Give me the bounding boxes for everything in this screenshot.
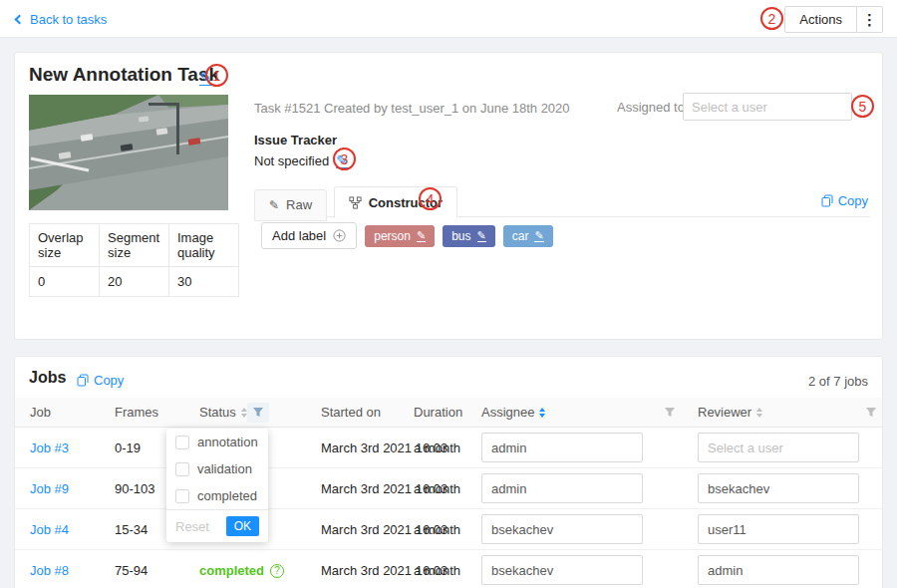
param-header-segment: Segment size — [100, 224, 169, 267]
traffic-scene-image — [29, 95, 228, 210]
assignee-filter-icon[interactable] — [659, 403, 681, 423]
column-header-frames: Frames — [115, 398, 158, 428]
filter-option-validation[interactable]: validation — [166, 455, 268, 482]
assigned-to-label: Assigned to — [617, 100, 685, 115]
jobs-copy-label: Copy — [94, 373, 124, 388]
job-link[interactable]: Job #8 — [30, 550, 69, 588]
task-preview-image — [29, 95, 228, 210]
annotation-circle-4: 4 — [419, 187, 442, 210]
label-chip-car[interactable]: car ✎ — [503, 225, 553, 247]
table-row: Job #3 0-19 March 3rd 2021 16:03 a month — [15, 428, 882, 468]
assignee-input[interactable] — [481, 473, 643, 503]
column-header-status[interactable]: Status — [199, 398, 247, 428]
labels-copy-link[interactable]: Copy — [821, 193, 868, 208]
copy-icon — [821, 194, 833, 207]
task-assignee-input[interactable] — [683, 93, 852, 121]
labels-copy-label: Copy — [838, 193, 868, 208]
sort-carets-icon[interactable] — [241, 408, 247, 418]
edit-label-icon[interactable]: ✎ — [417, 230, 426, 242]
label-chip-bus-name: bus — [451, 229, 470, 243]
reviewer-input[interactable] — [698, 473, 859, 503]
duration-cell: a month — [414, 468, 460, 509]
filter-ok-button[interactable]: OK — [226, 516, 259, 536]
filter-reset-button[interactable]: Reset — [175, 519, 209, 534]
funnel-icon — [252, 407, 264, 419]
assignee-input[interactable] — [481, 433, 643, 462]
duration-cell: a month — [414, 509, 460, 550]
checkbox-icon[interactable] — [175, 436, 189, 449]
actions-button[interactable]: Actions — [784, 6, 857, 33]
chevron-left-icon — [15, 14, 25, 24]
annotation-circle-3: 3 — [333, 147, 356, 170]
column-header-reviewer[interactable]: Reviewer — [698, 398, 762, 428]
annotation-circle-2: 2 — [760, 7, 783, 30]
jobs-count-label: 2 of 7 jobs — [808, 374, 868, 389]
label-chip-person-name: person — [374, 229, 411, 243]
funnel-icon — [664, 407, 676, 419]
annotation-circle-1: 1 — [205, 64, 228, 87]
jobs-card: Jobs Copy 2 of 7 jobs Job Frames Status … — [14, 356, 883, 588]
status-cell: completed ? — [199, 550, 284, 588]
actions-button-label: Actions — [799, 12, 842, 27]
column-header-assignee[interactable]: Assignee — [481, 398, 545, 428]
task-meta-text: Task #1521 Created by test_user_1 on Jun… — [254, 101, 570, 116]
actions-button-group: Actions ⋮ — [784, 6, 883, 33]
job-link[interactable]: Job #3 — [30, 428, 69, 468]
column-header-assignee-label: Assignee — [481, 398, 534, 428]
reviewer-filter-icon[interactable] — [860, 403, 882, 423]
jobs-table-body: Job #3 0-19 March 3rd 2021 16:03 a month… — [15, 428, 882, 588]
filter-option-validation-label: validation — [197, 461, 252, 476]
jobs-title: Jobs — [29, 369, 66, 387]
question-circle-icon[interactable]: ? — [270, 564, 284, 578]
copy-icon — [77, 374, 89, 387]
param-value-segment: 20 — [100, 267, 169, 297]
column-header-frames-label: Frames — [115, 398, 158, 428]
reviewer-input[interactable] — [698, 555, 859, 585]
back-link-label: Back to tasks — [30, 12, 107, 27]
column-header-job: Job — [30, 398, 51, 428]
sort-carets-icon[interactable] — [756, 408, 762, 418]
task-details-card: New Annotation Task ✎ Overlap size Segme… — [14, 52, 883, 340]
param-header-overlap: Overlap size — [30, 224, 100, 267]
jobs-table-header: Job Frames Status Started on Duration As… — [15, 398, 882, 428]
assignee-input[interactable] — [481, 514, 643, 544]
funnel-icon — [865, 407, 877, 419]
label-chip-person[interactable]: person ✎ — [365, 225, 435, 247]
plus-circle-icon — [333, 229, 346, 242]
job-link[interactable]: Job #9 — [30, 468, 69, 509]
assignee-input[interactable] — [481, 555, 643, 585]
table-row: Job #9 90-103 March 3rd 2021 16:03 a mon… — [15, 468, 882, 509]
reviewer-input[interactable] — [698, 514, 859, 544]
label-chip-bus[interactable]: bus ✎ — [443, 225, 495, 247]
pencil-icon: ✎ — [269, 198, 279, 212]
reviewer-input[interactable] — [698, 433, 859, 462]
tab-raw[interactable]: ✎ Raw — [254, 189, 327, 221]
more-options-button[interactable]: ⋮ — [857, 6, 883, 33]
checkbox-icon[interactable] — [175, 462, 189, 476]
edit-label-icon[interactable]: ✎ — [477, 230, 486, 242]
add-label-button[interactable]: Add label — [261, 222, 357, 249]
frames-cell: 90-103 — [115, 468, 154, 509]
filter-dropdown-footer: Reset OK — [166, 509, 268, 542]
param-value-overlap: 0 — [30, 267, 100, 297]
filter-option-completed[interactable]: completed — [166, 482, 268, 509]
status-filter-icon[interactable] — [247, 403, 269, 423]
task-parameters-table: Overlap size Segment size Image quality … — [29, 223, 239, 297]
constructor-icon — [349, 196, 362, 209]
back-to-tasks-link[interactable]: Back to tasks — [16, 0, 107, 38]
job-link[interactable]: Job #4 — [30, 509, 69, 550]
task-title: New Annotation Task — [29, 64, 219, 86]
filter-option-annotation[interactable]: annotation — [166, 429, 268, 455]
column-header-duration-label: Duration — [414, 398, 462, 428]
labels-constructor: Add label person ✎ bus ✎ car ✎ — [261, 222, 553, 249]
sort-carets-icon[interactable] — [539, 408, 545, 418]
param-header-quality: Image quality — [169, 224, 239, 267]
edit-label-icon[interactable]: ✎ — [534, 230, 543, 242]
annotation-circle-5: 5 — [851, 95, 874, 118]
frames-cell: 75-94 — [115, 550, 148, 588]
column-header-reviewer-label: Reviewer — [698, 398, 751, 428]
tab-raw-label: Raw — [286, 197, 312, 212]
checkbox-icon[interactable] — [175, 489, 189, 503]
jobs-copy-link[interactable]: Copy — [77, 373, 124, 388]
vertical-dots-icon: ⋮ — [862, 11, 877, 29]
